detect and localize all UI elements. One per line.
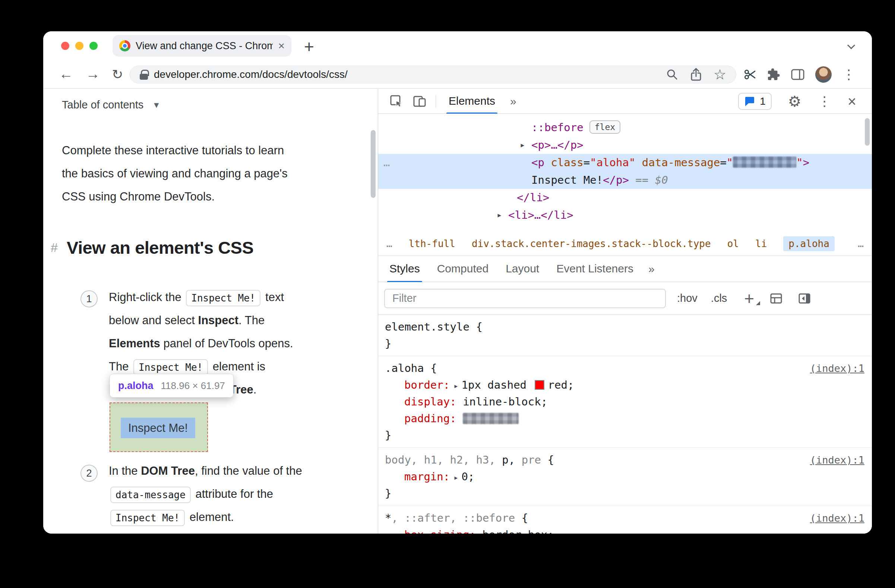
browser-menu-icon[interactable]: ⋮ bbox=[842, 67, 856, 82]
dom-node-p-collapsed[interactable]: ▸<p>…</p> bbox=[378, 136, 872, 154]
property-value: 1px dashed bbox=[461, 379, 533, 391]
step-1-number: 1 bbox=[80, 290, 98, 308]
color-swatch-red[interactable] bbox=[535, 380, 545, 390]
breadcrumb-item-selected[interactable]: p.aloha bbox=[783, 236, 834, 251]
side-panel-icon[interactable] bbox=[791, 68, 805, 81]
bold-text: Inspect bbox=[198, 314, 239, 327]
rule-selector-line[interactable]: .aloha { bbox=[385, 360, 872, 377]
dom-selected-node[interactable]: … <p class="aloha" data-message=""> Insp… bbox=[378, 154, 872, 189]
attr-name: data-message bbox=[635, 156, 720, 169]
inspect-element-icon[interactable] bbox=[389, 94, 404, 108]
stylesheet-source-link[interactable]: (index):1 bbox=[810, 452, 865, 468]
more-panels-chevrons[interactable]: » bbox=[510, 95, 516, 108]
chevron-down-icon[interactable] bbox=[847, 41, 855, 49]
declaration-box-sizing[interactable]: box-sizing: border-box; bbox=[385, 526, 872, 533]
breadcrumb-overflow[interactable]: … bbox=[387, 238, 392, 249]
style-rule-universal[interactable]: (index):1 *, ::after, ::before { box-siz… bbox=[378, 506, 872, 533]
breadcrumb-item[interactable]: ol bbox=[727, 238, 739, 249]
tab-computed[interactable]: Computed bbox=[433, 256, 492, 282]
inline-code-chip: Inspect Me! bbox=[133, 359, 208, 376]
tab-close-icon[interactable]: × bbox=[278, 40, 285, 52]
inline-code-chip: Inspect Me! bbox=[110, 510, 185, 526]
share-icon[interactable] bbox=[690, 67, 702, 82]
devtools-close-icon[interactable]: × bbox=[848, 94, 856, 109]
rule-selector-line[interactable]: body, h1, h2, h3, p, pre { bbox=[385, 452, 872, 468]
extensions-puzzle-icon[interactable] bbox=[767, 68, 780, 81]
property-name: padding: bbox=[404, 412, 463, 425]
tooltip-dimensions: 118.96 × 61.97 bbox=[161, 380, 225, 392]
declaration-border[interactable]: border:▸1px dashed red; bbox=[385, 377, 872, 394]
traffic-light-close-icon[interactable] bbox=[61, 42, 69, 50]
declaration-padding[interactable]: padding: bbox=[385, 410, 872, 427]
toggle-computed-sidebar-icon[interactable] bbox=[798, 293, 811, 304]
declaration-margin[interactable]: margin:▸0; bbox=[385, 468, 872, 485]
back-button[interactable]: ← bbox=[59, 66, 73, 82]
styles-filter-input[interactable] bbox=[384, 289, 666, 308]
inspect-me-content-highlight[interactable]: Inspect Me! bbox=[121, 418, 195, 438]
expand-arrow-icon[interactable]: ▸ bbox=[454, 473, 458, 482]
breadcrumb-item[interactable]: li bbox=[755, 238, 767, 249]
style-rule-element-style[interactable]: element.style { } bbox=[378, 315, 872, 356]
text: element. bbox=[186, 511, 234, 524]
new-tab-button[interactable]: + bbox=[304, 36, 314, 57]
sidebar-pane-tabs: Styles Computed Layout Event Listeners » bbox=[378, 256, 872, 282]
bold-text: DOM Tree bbox=[141, 464, 195, 477]
brace: } bbox=[385, 487, 391, 500]
style-rule-body-headings[interactable]: (index):1 body, h1, h2, h3, p, pre { mar… bbox=[378, 448, 872, 506]
stylesheet-source-link[interactable]: (index):1 bbox=[810, 510, 865, 526]
heading-anchor-hash[interactable]: # bbox=[51, 240, 58, 255]
issues-count: 1 bbox=[760, 95, 766, 107]
docs-scrollbar-thumb[interactable] bbox=[371, 130, 376, 198]
window-content: Table of contents ▾ Complete these inter… bbox=[43, 89, 872, 533]
toggle-class-button[interactable]: .cls bbox=[711, 292, 727, 305]
tab-styles[interactable]: Styles bbox=[386, 256, 424, 282]
traffic-light-zoom-icon[interactable] bbox=[90, 42, 98, 50]
dom-node-before[interactable]: ::beforeflex bbox=[378, 119, 872, 136]
tab-event-listeners[interactable]: Event Listeners bbox=[552, 256, 637, 282]
lock-icon[interactable] bbox=[140, 70, 148, 80]
devtools-menu-icon[interactable]: ⋮ bbox=[818, 94, 831, 109]
expand-arrow-icon[interactable]: ▸ bbox=[520, 136, 525, 154]
breadcrumb-overflow[interactable]: … bbox=[858, 238, 864, 249]
text: . bbox=[253, 383, 257, 396]
style-rule-aloha[interactable]: (index):1 .aloha { border:▸1px dashed re… bbox=[378, 356, 872, 448]
reload-button[interactable]: ↻ bbox=[112, 67, 123, 82]
inspect-me-element-highlight[interactable]: Inspect Me! bbox=[109, 402, 208, 452]
bookmark-star-icon[interactable]: ☆ bbox=[713, 67, 726, 82]
breadcrumb-item[interactable]: div.stack.center-images.stack--block.typ… bbox=[472, 238, 711, 249]
more-pane-tabs-chevrons[interactable]: » bbox=[648, 263, 655, 275]
scissors-extension-icon[interactable] bbox=[744, 68, 756, 81]
settings-gear-icon[interactable]: ⚙ bbox=[788, 93, 801, 110]
breadcrumb-item[interactable]: lth-full bbox=[409, 238, 455, 249]
dom-node-li-close[interactable]: </li> bbox=[378, 189, 872, 206]
tab-layout[interactable]: Layout bbox=[502, 256, 543, 282]
tag-close-bracket: > bbox=[803, 156, 809, 169]
toggle-hover-state-button[interactable]: :hov bbox=[677, 292, 698, 305]
declaration-display[interactable]: display: inline-block; bbox=[385, 394, 872, 410]
table-of-contents-dropdown[interactable]: Table of contents ▾ bbox=[62, 99, 159, 111]
devtools-panel: Elements » 1 ⚙ ⋮ × ::beforeflex ▸<p>…</p… bbox=[378, 89, 872, 533]
new-style-rule-button[interactable]: + bbox=[744, 290, 754, 307]
zoom-magnifier-icon[interactable] bbox=[666, 68, 678, 81]
traffic-light-minimize-icon[interactable] bbox=[75, 42, 83, 50]
profile-avatar[interactable] bbox=[815, 66, 832, 83]
forward-button[interactable]: → bbox=[86, 66, 100, 82]
device-toolbar-icon[interactable] bbox=[413, 95, 427, 108]
issues-counter-badge[interactable]: 1 bbox=[738, 93, 772, 110]
rule-close-line: } bbox=[385, 485, 872, 502]
dom-node-li-collapsed[interactable]: ▸<li>…</li> bbox=[378, 206, 872, 224]
rendering-grid-icon[interactable] bbox=[770, 293, 783, 304]
flex-badge[interactable]: flex bbox=[590, 120, 620, 134]
intro-line: Complete these interactive tutorials to … bbox=[62, 139, 288, 162]
rule-selector-line[interactable]: *, ::after, ::before { bbox=[385, 510, 872, 526]
rule-selector-line[interactable]: element.style { bbox=[385, 318, 872, 335]
expand-arrow-icon[interactable]: ▸ bbox=[454, 381, 458, 391]
stylesheet-source-link[interactable]: (index):1 bbox=[810, 360, 865, 377]
address-bar[interactable]: developer.chrome.com/docs/devtools/css/ … bbox=[130, 65, 736, 83]
devtools-toolbar-right: 1 ⚙ ⋮ × bbox=[738, 93, 872, 110]
dom-selected-line-1: <p class="aloha" data-message=""> bbox=[378, 154, 872, 171]
expand-arrow-icon[interactable]: ▸ bbox=[497, 206, 502, 224]
dom-scrollbar-thumb[interactable] bbox=[865, 118, 870, 146]
tab-elements[interactable]: Elements bbox=[445, 89, 499, 114]
browser-tab[interactable]: View and change CSS - Chrom × bbox=[112, 35, 291, 57]
